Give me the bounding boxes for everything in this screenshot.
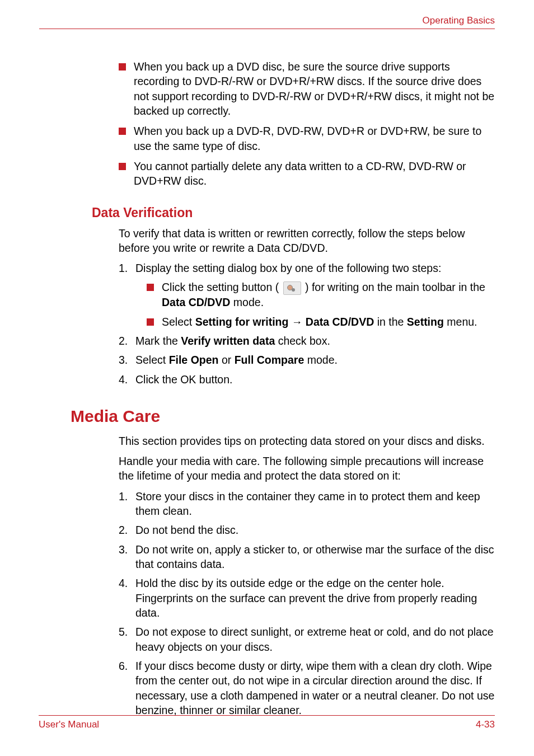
list-text: Mark the Verify written data check box. <box>135 334 495 348</box>
list-item: When you back up a DVD-R, DVD-RW, DVD+R … <box>119 124 495 153</box>
list-item: 1. Display the setting dialog box by one… <box>119 261 495 275</box>
list-item: 3. Select File Open or Full Compare mode… <box>119 353 495 367</box>
setting-button-icon <box>283 281 301 295</box>
text-fragment: Select <box>135 354 169 366</box>
data-verification-steps-cont: 2. Mark the Verify written data check bo… <box>119 334 495 387</box>
bullet-text: When you back up a DVD-R, DVD-RW, DVD+R … <box>134 124 495 153</box>
header-section-name: Operating Basics <box>423 15 495 26</box>
bullet-text: Click the setting button ( ) for writing… <box>162 280 495 309</box>
list-number: 2. <box>119 523 135 537</box>
list-number: 3. <box>119 353 135 367</box>
text-bold: Verify written data <box>181 335 275 347</box>
list-number: 1. <box>119 489 135 519</box>
list-item: 2. Do not bend the disc. <box>119 523 495 537</box>
data-verification-intro: To verify that data is written or rewrit… <box>119 226 495 256</box>
page-header: Operating Basics <box>39 15 495 29</box>
text-bold: Data CD/DVD <box>162 296 230 308</box>
text-bold: File Open <box>169 354 219 366</box>
media-care-steps: 1. Store your discs in the container the… <box>119 489 495 717</box>
text-fragment: in the <box>374 316 407 328</box>
list-item: 1. Store your discs in the container the… <box>119 489 495 519</box>
list-item: You cannot partially delete any data wri… <box>119 159 495 189</box>
text-bold: Full Compare <box>235 354 305 366</box>
heading-data-verification: Data Verification <box>92 205 495 220</box>
text-fragment: Mark the <box>135 335 181 347</box>
text-fragment: mode. <box>230 296 264 308</box>
text-fragment: ) for writing on the main toolbar in the <box>305 281 485 293</box>
sub-bullet-list: Click the setting button ( ) for writing… <box>147 280 495 328</box>
footer-left: User's Manual <box>39 719 99 730</box>
list-item: Select Setting for writing → Data CD/DVD… <box>147 314 495 329</box>
list-number: 4. <box>119 372 135 387</box>
text-bold: Setting <box>407 316 444 328</box>
bullet-icon <box>147 284 154 291</box>
bullet-text: You cannot partially delete any data wri… <box>134 159 495 189</box>
list-number: 1. <box>119 261 135 275</box>
list-text: Store your discs in the container they c… <box>135 489 495 519</box>
text-fragment: check box. <box>275 335 330 347</box>
list-number: 3. <box>119 542 135 572</box>
list-text: Select File Open or Full Compare mode. <box>135 353 495 367</box>
list-item: 2. Mark the Verify written data check bo… <box>119 334 495 348</box>
list-item: 4. Click the OK button. <box>119 372 495 387</box>
text-bold: Data CD/DVD <box>306 316 374 328</box>
list-item: Click the setting button ( ) for writing… <box>147 280 495 309</box>
data-verification-steps: 1. Display the setting dialog box by one… <box>119 261 495 275</box>
list-number: 4. <box>119 576 135 620</box>
list-text: Do not write on, apply a sticker to, or … <box>135 542 495 572</box>
text-bold: Setting for writing <box>195 316 289 328</box>
list-item: 4. Hold the disc by its outside edge or … <box>119 576 495 620</box>
list-text: Do not expose to direct sunlight, or ext… <box>135 624 495 654</box>
bullet-text: Select Setting for writing → Data CD/DVD… <box>162 314 495 329</box>
list-item: 3. Do not write on, apply a sticker to, … <box>119 542 495 572</box>
list-number: 5. <box>119 624 135 654</box>
top-bullet-list: When you back up a DVD disc, be sure the… <box>119 59 495 189</box>
footer-page-number: 4-33 <box>476 719 495 730</box>
heading-media-care: Media Care <box>71 407 495 426</box>
list-number: 6. <box>119 659 135 717</box>
text-fragment: or <box>218 354 234 366</box>
media-care-p2: Handle your media with care. The followi… <box>119 454 495 483</box>
list-item: When you back up a DVD disc, be sure the… <box>119 59 495 118</box>
bullet-icon <box>119 163 126 170</box>
bullet-text: When you back up a DVD disc, be sure the… <box>134 59 495 118</box>
list-item: 6. If your discs become dusty or dirty, … <box>119 659 495 717</box>
list-number: 2. <box>119 334 135 348</box>
list-text: Display the setting dialog box by one of… <box>135 261 495 275</box>
list-item: 5. Do not expose to direct sunlight, or … <box>119 624 495 654</box>
list-text: Hold the disc by its outside edge or the… <box>135 576 495 620</box>
text-fragment: Select <box>162 316 195 328</box>
text-fragment: mode. <box>304 354 338 366</box>
list-text: If your discs become dusty or dirty, wip… <box>135 659 495 717</box>
bullet-icon <box>147 318 154 326</box>
media-care-p1: This section provides tips on protecting… <box>119 434 495 448</box>
list-text: Do not bend the disc. <box>135 523 495 537</box>
bullet-icon <box>119 128 126 135</box>
arrow-icon: → <box>292 316 303 328</box>
page-footer: User's Manual 4-33 <box>39 715 495 730</box>
text-fragment: Click the setting button ( <box>162 281 279 293</box>
list-text: Click the OK button. <box>135 372 495 387</box>
text-fragment: menu. <box>444 316 477 328</box>
bullet-icon <box>119 63 126 71</box>
